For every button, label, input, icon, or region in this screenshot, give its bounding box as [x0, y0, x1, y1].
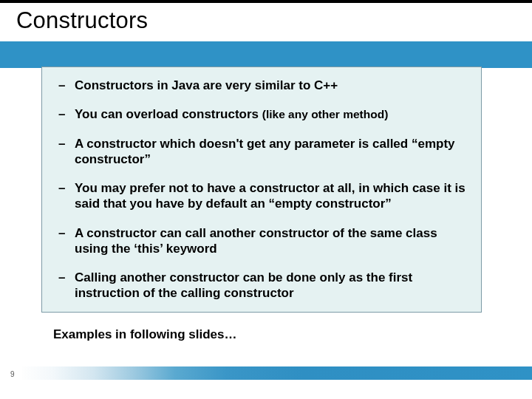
bullet-text: You can overload constructors: [75, 107, 262, 121]
footnote-text: Examples in following slides…: [53, 327, 236, 342]
header-band: [0, 41, 532, 68]
bullet-text: A constructor which doesn't get any para…: [75, 137, 455, 166]
slide-title: Constructors: [16, 7, 148, 34]
bullet-item: Calling another constructor can be done …: [55, 270, 472, 301]
bullet-item: A constructor which doesn't get any para…: [55, 136, 472, 168]
bullet-note: (like any other method): [262, 108, 389, 120]
content-box: Constructors in Java are very similar to…: [41, 66, 482, 313]
bullet-text: You may prefer not to have a constructor…: [75, 181, 466, 211]
bullet-item: You can overload constructors (like any …: [55, 106, 472, 122]
bullet-item: A constructor can call another construct…: [55, 225, 472, 257]
bullet-item: You may prefer not to have a constructor…: [55, 180, 472, 212]
bullet-text: A constructor can call another construct…: [75, 226, 437, 256]
bullet-list: Constructors in Java are very similar to…: [55, 78, 472, 301]
slide: Constructors Constructors in Java are ve…: [0, 0, 532, 399]
bullet-text: Constructors in Java are very similar to…: [75, 78, 338, 92]
bullet-text: Calling another constructor can be done …: [75, 270, 412, 300]
page-number: 9: [10, 370, 15, 378]
top-divider: [0, 0, 532, 3]
bullet-item: Constructors in Java are very similar to…: [55, 78, 472, 93]
footer-gradient: [22, 366, 532, 380]
title-wrap: Constructors: [16, 7, 148, 34]
